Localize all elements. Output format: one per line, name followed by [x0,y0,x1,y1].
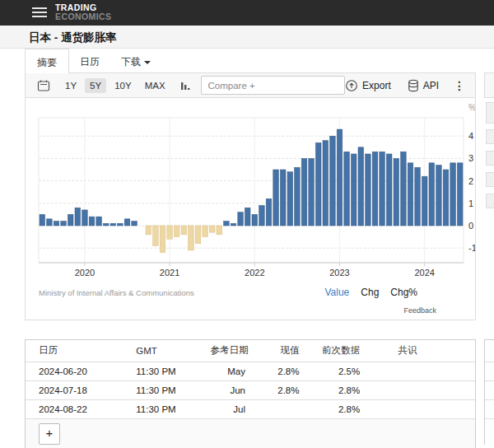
chart-bar [181,226,187,235]
tab-summary[interactable]: 摘要 [25,49,69,73]
calendar-icon[interactable] [37,79,50,92]
cell-gmt: 11:30 PM [131,380,205,399]
chart-bar [68,214,73,226]
col-header-gmt: GMT [131,340,205,362]
api-button[interactable]: API [408,79,439,92]
hamburger-menu-icon[interactable] [32,7,47,19]
chart-bar [429,163,435,226]
chart-bar [75,208,81,226]
cell-previous: 2.8% [304,399,365,418]
tab-download-label: 下载 [121,56,141,68]
view-switcher: Value Chg Chg% [324,287,475,298]
chart-panel: 43210-1%20202021202220232024 Ministry of… [25,98,476,320]
chart-toolbar: 1Y 5Y 10Y MAX Export API ⋮ [25,72,476,98]
chart-bar [167,226,173,239]
chart-bar [386,154,392,226]
export-label: Export [362,80,391,91]
chart-bar [47,219,53,226]
x-axis-label: 2021 [160,268,179,278]
chart-bar [203,226,208,237]
y-axis-label: 4 [468,131,473,141]
table-row[interactable]: 2024-06-20 11:30 PM May 2.8% 2.5% [26,362,475,380]
chart-footer-row: Ministry of Internal Affairs & Communica… [39,287,475,298]
chart-bar [238,212,244,226]
range-button-10y[interactable]: 10Y [110,78,136,93]
y-axis-label: 1 [468,198,473,208]
col-header-consensus: 共识 [365,340,475,362]
x-axis-label: 2023 [329,268,349,278]
chart-bar [315,142,321,226]
chart-bar [118,223,124,226]
y-axis-label: 2 [468,176,473,186]
more-options-icon[interactable]: ⋮ [450,79,468,92]
plot-border [39,118,464,263]
chart-bar [224,222,230,226]
cell-consensus [365,399,475,418]
chart-bar [351,154,357,226]
trading-economics-logo[interactable]: TRADING ECONOMICS [55,3,111,21]
view-value[interactable]: Value [324,287,349,298]
cell-previous: 2.8% [304,380,365,399]
cell-gmt: 11:30 PM [131,399,205,418]
view-chg[interactable]: Chg [361,287,379,298]
chart-bar [217,226,222,235]
export-button[interactable]: Export [345,79,391,92]
chart-bar [457,163,463,226]
chart-bar [309,158,315,226]
view-chg-pct[interactable]: Chg% [390,287,417,298]
cell-reference: Jul [205,399,250,418]
compare-input[interactable] [201,76,346,95]
table-header-row: 日历 GMT 参考日期 现值 前次数据 共识 [26,340,475,362]
chart-bar [266,198,272,226]
chart-bar [301,158,307,226]
cell-actual: 2.8% [250,362,305,380]
y-axis-label: 3 [468,153,473,163]
cell-date: 2024-08-22 [26,399,131,418]
table-row[interactable]: 2024-07-18 11:30 PM Jun 2.8% 2.8% [26,380,475,399]
range-button-max[interactable]: MAX [140,78,170,93]
chart-bar [209,226,215,232]
y-axis-unit: % [468,103,475,112]
chart-bar [337,129,343,226]
cell-actual [250,399,305,418]
chart-bar [103,223,109,226]
chart-bar [436,166,442,226]
database-icon [408,79,419,92]
x-axis-label: 2024 [414,268,434,278]
chart-bar [124,219,130,226]
chart-bar [394,158,399,226]
chart-bar [160,226,165,253]
tab-download[interactable]: 下载 [110,49,161,73]
x-axis-label: 2020 [75,268,95,278]
add-row-button[interactable]: + [39,423,60,445]
chart-bar [153,226,159,245]
cell-gmt: 11:30 PM [131,362,205,380]
cell-actual: 2.8% [250,380,305,399]
chart-bar [287,172,293,226]
chart-bar [82,210,88,226]
chart-bar [280,170,286,226]
table-row[interactable]: 2024-08-22 11:30 PM Jul 2.8% [26,399,475,418]
calendar-table-panel: 日历 GMT 参考日期 现值 前次数据 共识 2024-06-20 11:30 … [25,339,476,448]
chart-bar [422,176,427,226]
chart-bar [380,152,385,226]
brand-line-2: ECONOMICS [55,12,111,21]
range-button-5y[interactable]: 5Y [85,78,106,93]
col-header-previous: 前次数据 [304,340,365,362]
chart-bar [358,147,364,226]
tab-calendar[interactable]: 日历 [69,49,110,73]
chart-bar [366,154,371,226]
col-header-calendar: 日历 [26,340,131,362]
range-button-1y[interactable]: 1Y [60,78,82,93]
chart-bar [259,206,265,226]
chart-bar [146,226,151,235]
chart-type-icon[interactable] [180,80,191,91]
chart-bar [110,223,116,226]
chart-bar [450,163,456,226]
cell-previous: 2.5% [304,362,365,380]
chart-bar [96,217,102,226]
data-source-label: Ministry of Internal Affairs & Communica… [39,288,324,297]
chart-bar [344,152,350,226]
feedback-link[interactable]: Feedback [403,306,436,315]
chart-bar [189,226,194,250]
